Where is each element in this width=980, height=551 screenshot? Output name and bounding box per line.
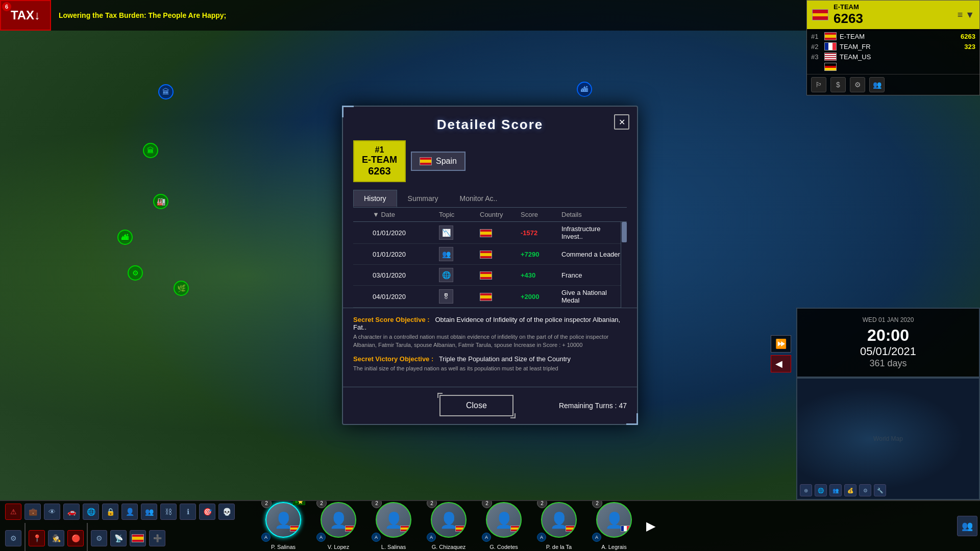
table-row[interactable]: 03/01/2020 🌐 +430 France [353, 265, 627, 286]
table-scrollbar[interactable] [621, 222, 627, 308]
row-details: Give a National Medal [561, 289, 623, 304]
secret-victory-desc: The initial size of the played nation as… [353, 365, 627, 372]
row-topic-icon: 🎖 [439, 289, 453, 304]
row-details: France [561, 271, 623, 279]
row-date: 01/01/2020 [373, 229, 439, 237]
team-score-btn: 6263 [362, 165, 397, 177]
tab-summary[interactable]: Summary [397, 190, 449, 207]
secret-victory-label: Secret Victory Objective : Triple the Po… [353, 355, 627, 363]
objectives-section: Secret Score Objective : Obtain Evidence… [343, 308, 637, 386]
secret-score-label: Secret Score Objective : Obtain Evidence… [353, 316, 627, 331]
row-score: +430 [521, 271, 561, 279]
country-label: Spain [436, 157, 457, 166]
close-button[interactable]: Close [439, 395, 513, 416]
secret-score-label-text: Secret Score Objective : [353, 316, 430, 323]
row-date: 01/01/2020 [373, 251, 439, 258]
row-details: Commend a Leader [561, 251, 623, 258]
row-topic-icon: 👥 [439, 247, 453, 261]
col-date: ▼ Date [373, 211, 439, 218]
row-score: +2000 [521, 293, 561, 300]
row-score: +7290 [521, 251, 561, 258]
secret-score-desc: A character in a controlled nation must … [353, 333, 627, 349]
team-name-btn: E-TEAM [362, 155, 397, 165]
row-country [480, 292, 521, 301]
modal-footer: Close Remaining Turns : 47 [343, 387, 637, 424]
row-topic-icon: 📉 [439, 226, 453, 240]
team-select-button[interactable]: #1 E-TEAM 6263 [353, 140, 406, 182]
table-row[interactable]: 04/01/2020 🎖 +2000 Give a National Medal [353, 286, 627, 308]
row-topic-icon: 🌐 [439, 268, 453, 282]
row-date: 04/01/2020 [373, 293, 439, 300]
country-select-button[interactable]: Spain [411, 152, 465, 171]
secret-score-objective: Secret Score Objective : Obtain Evidence… [353, 316, 627, 349]
detailed-score-modal: ✕ Detailed Score #1 E-TEAM 6263 Spain Hi… [342, 106, 638, 424]
table-row[interactable]: 01/01/2020 📉 -1572 Infrastructure Invest… [353, 222, 627, 244]
score-table: ▼ Date Topic Country Score Details 01/01… [353, 208, 627, 308]
modal-overlay: ✕ Detailed Score #1 E-TEAM 6263 Spain Hi… [0, 0, 980, 551]
col-score: Score [521, 211, 561, 218]
tab-monitor[interactable]: Monitor Ac.. [449, 190, 508, 207]
col-details: Details [561, 211, 623, 218]
team-rank: #1 [375, 145, 384, 154]
team-selector: #1 E-TEAM 6263 Spain [343, 138, 637, 190]
country-flag [420, 157, 432, 165]
col-country: Country [480, 211, 521, 218]
tab-history[interactable]: History [353, 190, 397, 207]
remaining-turns: Remaining Turns : 47 [559, 402, 627, 410]
modal-title: Detailed Score [343, 107, 637, 138]
secret-victory-objective: Secret Victory Objective : Triple the Po… [353, 355, 627, 372]
table-header: ▼ Date Topic Country Score Details [353, 208, 627, 222]
modal-close-button[interactable]: ✕ [614, 114, 629, 130]
row-details: Infrastructure Invest.. [561, 225, 623, 240]
table-body: 01/01/2020 📉 -1572 Infrastructure Invest… [353, 222, 627, 308]
col-topic: Topic [439, 211, 480, 218]
row-score: -1572 [521, 229, 561, 237]
row-country [480, 229, 521, 237]
row-country [480, 250, 521, 259]
row-country [480, 271, 521, 280]
table-row[interactable]: 01/01/2020 👥 +7290 Commend a Leader [353, 244, 627, 265]
scrollbar-thumb [622, 222, 627, 242]
secret-victory-title: Triple the Population and Size of the Co… [439, 355, 571, 363]
row-date: 03/01/2020 [373, 271, 439, 279]
modal-tabs: History Summary Monitor Ac.. [353, 190, 627, 208]
secret-victory-label-text: Secret Victory Objective : [353, 355, 433, 363]
